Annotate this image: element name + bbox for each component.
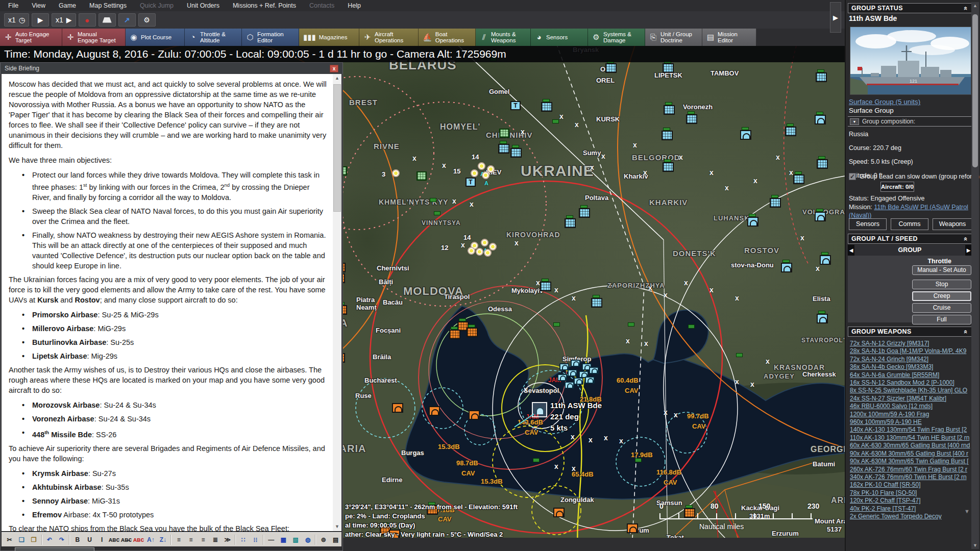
italic-icon[interactable]: I <box>96 534 108 545</box>
weapon-link[interactable]: 90x AK-630M 30mm/65 Twin Gatling Burst [ <box>850 458 971 465</box>
collapse-chevron-icon[interactable]: « <box>963 330 970 334</box>
hr-icon[interactable]: — <box>265 534 277 545</box>
radar-site-icon[interactable] <box>820 255 831 265</box>
airbase-icon[interactable] <box>663 162 674 172</box>
mission-editor-button[interactable]: ▤MissionEditor <box>702 29 756 46</box>
weapon-link[interactable]: 110x AK-130 130mm/54 Twin HE Burst [2 rn <box>850 434 971 442</box>
redo-icon[interactable]: ↷ <box>56 534 68 545</box>
army-unit-icon[interactable] <box>628 322 634 327</box>
airbase-icon[interactable] <box>663 63 674 73</box>
weapon-link[interactable]: 78x PK-10 Flare [SO-50] <box>850 489 971 497</box>
surface-ship-icon[interactable] <box>557 374 567 381</box>
sort-asc-icon[interactable]: A↑ <box>145 534 157 545</box>
ground-facility-icon[interactable] <box>416 171 427 181</box>
army-unit-icon[interactable] <box>434 211 440 215</box>
infantry-unit-icon[interactable] <box>484 249 492 257</box>
mounts-weapons-button[interactable]: ⫽Mounts &Weapons <box>476 29 531 46</box>
manual-engage-target-button[interactable]: ✛ManualEngage Target <box>62 29 126 46</box>
weapon-link[interactable]: 72x SA-N-12 Grizzly [9M317] <box>850 340 971 347</box>
checkbox-checked-icon[interactable]: ✓ <box>849 173 856 180</box>
throttle-altitude-button[interactable]: ◔Throttle &Altitude <box>185 29 242 46</box>
manual-set-auto-button[interactable]: Manual - Set Auto <box>912 265 971 275</box>
weapon-link[interactable]: 90x AK-630M 30mm/65 Gatling Burst [400 r <box>850 450 971 458</box>
aircraft-operations-button[interactable]: ✈AircraftOperations <box>359 29 419 46</box>
globe-icon[interactable]: ◍ <box>302 534 314 545</box>
menu-help[interactable]: Help <box>348 2 361 9</box>
weapons-button[interactable]: Weapons <box>933 218 972 230</box>
hostile-radar-icon[interactable] <box>627 523 638 533</box>
menu-missions-ref-points[interactable]: Missions + Ref. Points <box>233 2 296 9</box>
scrollbar-thumb[interactable] <box>333 84 341 212</box>
magazines-button[interactable]: ▮▮▮Magazines <box>299 29 359 46</box>
justify-icon[interactable]: ≣ <box>209 534 221 545</box>
radar-site-icon[interactable] <box>740 130 751 140</box>
auto-engage-target-button[interactable]: ✛Auto EngageTarget <box>0 29 62 46</box>
settings-button[interactable]: ⚙ <box>138 13 156 27</box>
airbase-icon[interactable] <box>770 198 781 208</box>
weapon-link[interactable]: 24x SS-N-27 Sizzler [3M54T Kalibr] <box>850 395 971 403</box>
radar-site-icon[interactable] <box>747 217 758 227</box>
briefing-partial-button[interactable] <box>15 547 94 551</box>
scrollbar-thumb[interactable] <box>972 14 978 167</box>
surface-ship-icon[interactable] <box>571 360 580 367</box>
sensors-button[interactable]: ◕Sensors <box>531 29 588 46</box>
image-icon[interactable]: ▧ <box>290 534 302 545</box>
comms-button[interactable]: Comms <box>891 218 928 230</box>
collapse-chevron-icon[interactable]: « <box>963 237 970 241</box>
ground-facility-icon[interactable] <box>499 129 509 138</box>
menu-game[interactable]: Game <box>59 2 76 9</box>
surface-ship-icon[interactable] <box>585 377 595 384</box>
airbase-icon[interactable] <box>686 114 697 124</box>
print-icon[interactable]: ▤ <box>330 534 341 545</box>
weapon-link[interactable]: 120x PK-2 Chaff [TSP-47] <box>850 497 971 505</box>
weapon-link[interactable]: 140x AK-130 130mm/54 Twin Frag Burst [2 <box>850 426 971 434</box>
throttle-full-button[interactable]: Full <box>912 315 971 324</box>
weapon-link[interactable]: 162x PK-10 Chaff [SR-50] <box>850 481 971 489</box>
weapon-link[interactable]: 36x SA-N-4b Gecko [9M33M3] <box>850 363 971 371</box>
hostile-radar-icon[interactable] <box>392 403 403 413</box>
surface-group-link[interactable]: Surface Group (5 units) <box>849 98 920 106</box>
prev-arrow-icon[interactable]: ◀ <box>848 245 854 256</box>
radar-site-icon[interactable] <box>817 314 828 323</box>
find-icon[interactable]: ⊚ <box>317 534 329 545</box>
scroll-down-icon[interactable]: ▼ <box>971 543 979 548</box>
indent-icon[interactable]: ≫ <box>222 534 233 545</box>
airbase-icon[interactable] <box>579 208 590 218</box>
airbase-icon[interactable] <box>541 102 552 112</box>
weapon-link[interactable]: 16x SS-N-12 Sandbox Mod 2 [P-1000] <box>850 379 971 387</box>
briefing-title-bar[interactable]: Side Briefing x <box>1 63 342 74</box>
airbase-icon[interactable] <box>816 72 827 82</box>
bullet-list-icon[interactable]: ∷ <box>237 534 249 545</box>
weapons-scroll-down-icon[interactable]: ▼ <box>964 508 970 514</box>
airbase-icon[interactable] <box>540 282 551 291</box>
infantry-unit-icon[interactable]: A <box>478 162 485 170</box>
align-left-icon[interactable]: ≡ <box>173 534 185 545</box>
jump-button[interactable]: ↗ <box>118 13 136 27</box>
infantry-unit-icon[interactable] <box>392 169 400 177</box>
weapon-link[interactable]: 40x PK-2 Flare [TST-47] <box>850 505 971 513</box>
table-icon[interactable]: ▦ <box>278 534 289 545</box>
strikethrough-icon[interactable]: ᴀʙ̶ᴄ <box>120 534 132 545</box>
airbase-icon[interactable] <box>498 144 509 154</box>
radar-site-icon[interactable] <box>781 263 792 272</box>
font-color-icon[interactable]: ᴀʙᴄ <box>133 534 144 545</box>
army-unit-icon[interactable] <box>635 458 642 462</box>
weapon-link[interactable]: 28x SA-N-1b Goa [M-1M/P Volna-M/P, 4K9 <box>850 347 971 355</box>
group-alt-speed-header[interactable]: GROUP ALT / SPEED« <box>848 234 972 244</box>
army-unit-icon[interactable] <box>430 198 436 202</box>
surface-ship-icon[interactable] <box>565 382 574 389</box>
infantry-unit-icon[interactable] <box>476 248 483 256</box>
army-unit-icon[interactable] <box>736 353 743 357</box>
tower-icon[interactable]: T <box>510 101 521 110</box>
step-button[interactable]: x1▶ <box>52 13 76 27</box>
menu-map-settings[interactable]: Map Settings <box>89 2 127 9</box>
weapon-link[interactable]: 60x AK-630 30mm/65 Gatling Burst [400 rn… <box>850 442 971 449</box>
subscript-icon[interactable]: ᴀʙᴄ <box>108 534 120 545</box>
unit-group-doctrine-button[interactable]: ⎘Unit / GroupDoctrine <box>645 29 702 46</box>
formation-editor-button[interactable]: ⬡FormationEditor <box>242 29 299 46</box>
hostile-facility-icon[interactable] <box>449 330 460 339</box>
close-icon[interactable]: x <box>330 65 338 72</box>
bold-icon[interactable]: B <box>71 534 83 545</box>
undo-icon[interactable]: ↶ <box>44 534 56 545</box>
number-list-icon[interactable]: ⁝⁝ <box>250 534 261 545</box>
